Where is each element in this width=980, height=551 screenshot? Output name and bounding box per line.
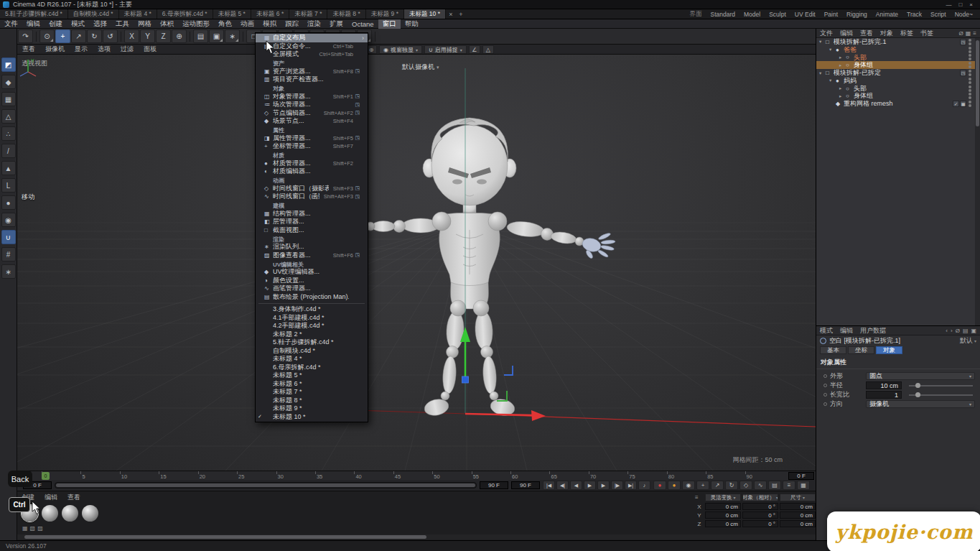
attribute-tab[interactable]: 基本 [820,346,846,354]
object-tag-icon[interactable]: ◳ [960,39,966,45]
material-swatch[interactable] [82,505,98,522]
expander-icon[interactable]: ▾ [819,70,826,76]
polygons-mode[interactable]: ▲ [1,161,16,175]
autokey-button[interactable]: ● [668,481,681,490]
layout-preset[interactable]: Standard [711,11,736,18]
visibility-dots[interactable] [969,62,971,68]
coords-burger-icon[interactable]: ≡ [695,494,704,501]
next-frame-button[interactable]: ▶ [597,481,610,490]
viewport-menu-item[interactable]: 查看 [17,45,40,54]
menu-item[interactable]: ◆ 场景节点... Shift+F4 [256,117,368,126]
document-tab[interactable]: 未标题 10 * [404,9,446,19]
om-menu-item[interactable]: 编辑 [836,29,857,38]
attr-search-icon[interactable]: Ø [956,328,960,334]
position-field[interactable]: 0 cm [705,520,741,527]
object-tag-icon[interactable]: ✓ [953,101,959,107]
menubar-item[interactable]: 扩展 [325,19,347,29]
size-field[interactable]: 0 cm [780,520,816,527]
om-menu-item[interactable]: 书签 [917,29,937,38]
visibility-dots[interactable] [969,101,971,107]
sound-toggle-button[interactable]: ♪ [638,481,650,490]
play-button[interactable]: ▶ [584,481,596,490]
next-key-button[interactable]: |▶ [611,481,623,490]
current-frame-field[interactable]: 0 F [788,472,814,480]
viewport-menu-item[interactable]: 显示 [70,45,93,54]
record-position-toggle[interactable]: + [696,481,709,490]
expander-icon[interactable]: ▸ [839,55,846,60]
timeline-playhead[interactable]: 0 [42,472,50,480]
attribute-slider[interactable] [909,394,973,396]
menu-item[interactable]: □ 截面视图... [256,226,368,235]
move-tool[interactable]: + [55,29,70,43]
om-filter-icon[interactable]: ▦ [966,30,971,37]
object-tree-row[interactable]: ◆ 重构网格 remesh ✓ ▦ [816,100,975,108]
om-menu-item[interactable]: 标签 [897,29,917,38]
edges-mode[interactable]: / [1,144,16,158]
timeline-ruler[interactable]: 0 5 10 15 20 25 30 35 40 45 50 55 [17,471,816,480]
om-menu-item[interactable]: 查看 [857,29,877,38]
workplane-mode[interactable]: △ [1,109,16,124]
lock-z-axis[interactable]: Z [156,29,171,43]
enable-snap-button[interactable]: ∪ 启用捕捉 ▾ [424,45,467,54]
record-pla-toggle[interactable]: ∿ [754,481,767,490]
menubar-item[interactable]: 帮助 [401,19,423,29]
viewport-solo-button[interactable]: ◉ 视窗独显 ▾ [379,45,422,54]
attribute-value-field[interactable]: 10 cm [866,381,902,389]
perspective-viewport[interactable]: 透视视图 默认摄像机▾ Y 网格间距：50 cm [17,55,816,471]
menubar-item[interactable]: 选择 [89,19,111,29]
rotation-field[interactable]: 0 ° [742,503,778,510]
menu-item[interactable]: ∿ 时间线窗口（函数曲线）... Shift+Alt+F3 ◳ [256,193,368,201]
position-field[interactable]: 0 cm [705,503,741,510]
layout-preset[interactable]: Sculpt [769,11,786,18]
om-menu-item[interactable]: 文件 [816,29,836,38]
layout-preset[interactable]: Script [930,11,946,18]
goto-end-button[interactable]: ▶| [625,481,637,490]
viewport-menu-item[interactable]: 面板 [139,45,162,54]
record-keyframe-button[interactable]: ● [653,481,666,490]
om-menu-item[interactable]: 对象 [877,29,897,38]
menubar-item[interactable]: 跟踪 [281,19,303,29]
render-active-view[interactable]: ▤ [193,29,208,43]
visibility-dots[interactable] [969,85,971,92]
layout-preset[interactable]: Track [907,11,922,18]
camera-label[interactable]: 默认摄像机▾ [402,62,439,72]
timeline-layout-button[interactable]: ▦ [797,481,810,490]
coords-mode-dropdown[interactable]: 尺寸▾ [780,494,816,501]
maximize-button[interactable]: □ [958,1,962,8]
attr-menu-item[interactable]: 编辑 [836,326,857,335]
layout-preset[interactable]: UV Edit [795,11,816,18]
material-swatch[interactable] [62,505,78,522]
redo-icon[interactable]: ↷ [18,29,33,43]
angle-snap-icon[interactable]: ∠ [469,45,480,54]
layout-preset[interactable]: Paint [824,11,838,18]
axis-mode[interactable]: L [1,178,16,193]
expander-icon[interactable]: ▸ [839,85,846,91]
attribute-tab[interactable]: 对象 [876,346,902,354]
keyframe-selection-button[interactable]: ◉ [682,481,695,490]
size-field[interactable]: 0 cm [780,511,816,519]
layout-preset[interactable]: Animate [876,11,898,18]
range-end-field[interactable]: 90 F [480,481,508,489]
menubar-item[interactable]: 模式 [67,19,89,29]
modeling-settings[interactable]: ∗ [1,264,16,279]
scale-tool[interactable]: ↗ [71,29,86,43]
points-mode[interactable]: ∴ [1,126,16,141]
make-editable-mode[interactable]: ◩ [1,57,16,72]
document-tab[interactable]: 未标题 6 * [251,9,289,19]
menubar-item[interactable]: 文件 [0,19,22,29]
visibility-dots[interactable] [969,39,971,45]
menubar-item[interactable]: 窗口 [378,19,401,29]
tab-add-button[interactable]: + [456,9,466,19]
coords-mode-dropdown[interactable]: 灵活变换▾ [705,494,741,501]
render-picture-viewer[interactable]: ▣ [209,29,224,43]
prev-frame-button[interactable]: ◀ [570,481,582,490]
timeline-menu-button[interactable]: ≡ [783,481,795,490]
model-mode[interactable]: ◆ [1,75,16,89]
tab-close-button[interactable]: × [446,9,456,19]
document-tab[interactable]: 未标题 4 * [119,9,157,19]
menu-item[interactable]: ✓ 未标题 10 * [256,413,368,422]
menubar-item[interactable]: 角色 [214,19,236,29]
attribute-value-field[interactable]: 1 [866,391,902,399]
menubar-item[interactable]: 动画 [236,19,258,29]
om-scrollbar[interactable] [975,38,980,325]
